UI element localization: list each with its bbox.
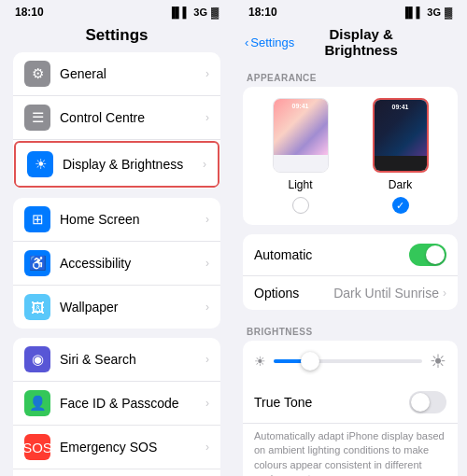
face-id-label: Face ID & Passcode <box>60 396 205 411</box>
sidebar-item-accessibility[interactable]: ♿ Accessibility › <box>13 242 220 286</box>
emergency-sos-icon: SOS <box>24 434 50 460</box>
general-icon: ⚙ <box>24 61 50 87</box>
light-phone-bottom <box>274 155 328 173</box>
network-icon: 3G <box>193 7 207 18</box>
siri-chevron: › <box>205 353 209 366</box>
sidebar-item-face-id[interactable]: 👤 Face ID & Passcode › <box>13 382 220 426</box>
wallpaper-label: Wallpaper <box>60 300 205 315</box>
settings-list: ⚙ General › ☰ Control Centre › ☀ Display… <box>0 52 234 476</box>
appearance-dark-option[interactable]: 09:41 Dark ✓ <box>373 98 429 214</box>
right-panel-title: Display & Brightness <box>294 26 428 58</box>
sidebar-item-display-brightness[interactable]: ☀ Display & Brightness › <box>14 141 219 188</box>
sidebar-item-wallpaper[interactable]: 🖼 Wallpaper › <box>13 286 220 329</box>
back-chevron-icon: ‹ <box>245 35 248 49</box>
emergency-sos-chevron: › <box>205 441 209 454</box>
appearance-section-header: APPEARANCE <box>234 65 467 87</box>
sidebar-item-control-centre[interactable]: ☰ Control Centre › <box>13 96 220 140</box>
right-time: 18:10 <box>248 6 277 19</box>
right-status-icons: ▐▌▌ 3G ▓ <box>402 7 452 18</box>
options-value: Dark Until Sunrise <box>333 286 439 301</box>
automatic-options-card: Automatic Options Dark Until Sunrise › <box>243 234 458 310</box>
brightness-section-header: BRIGHTNESS <box>234 319 467 341</box>
home-screen-chevron: › <box>205 213 209 226</box>
wallpaper-chevron: › <box>205 301 209 314</box>
options-label: Options <box>254 286 333 301</box>
right-header: ‹ Settings Display & Brightness <box>234 22 467 65</box>
brightness-row: ☀ ☀ <box>243 341 458 382</box>
true-tone-description: Automatically adapt iPhone display based… <box>243 424 458 476</box>
display-brightness-label: Display & Brightness <box>63 157 203 172</box>
settings-section-3: ◉ Siri & Search › 👤 Face ID & Passcode ›… <box>13 338 220 476</box>
face-id-chevron: › <box>205 397 209 410</box>
right-status-bar: 18:10 ▐▌▌ 3G ▓ <box>234 0 467 22</box>
display-brightness-icon: ☀ <box>27 151 53 177</box>
appearance-row: 09:41 Light 09:41 Dark ✓ <box>243 87 458 225</box>
options-chevron: › <box>443 287 446 300</box>
true-tone-toggle-knob <box>411 393 430 412</box>
brightness-slider-fill <box>274 359 304 363</box>
home-screen-icon: ⊞ <box>24 206 50 232</box>
options-row[interactable]: Options Dark Until Sunrise › <box>243 276 458 310</box>
sidebar-item-general[interactable]: ⚙ General › <box>13 52 220 96</box>
settings-section-2: ⊞ Home Screen › ♿ Accessibility › 🖼 Wall… <box>13 198 220 329</box>
dark-phone-bottom <box>375 156 427 173</box>
dark-phone-preview: 09:41 <box>373 98 429 173</box>
left-status-icons: ▐▌▌ 3G ▓ <box>168 7 219 18</box>
accessibility-label: Accessibility <box>60 256 205 271</box>
sun-small-icon: ☀ <box>254 354 266 369</box>
automatic-label: Automatic <box>254 247 409 262</box>
left-status-bar: 18:10 ▐▌▌ 3G ▓ <box>0 0 234 22</box>
appearance-light-option[interactable]: 09:41 Light <box>273 98 329 214</box>
automatic-toggle[interactable] <box>409 244 446 266</box>
accessibility-chevron: › <box>205 257 209 270</box>
settings-title: Settings <box>0 22 234 52</box>
home-screen-label: Home Screen <box>60 212 205 227</box>
sun-large-icon: ☀ <box>430 350 446 372</box>
settings-section-1: ⚙ General › ☰ Control Centre › ☀ Display… <box>13 52 220 189</box>
dark-label: Dark <box>389 178 412 191</box>
accessibility-icon: ♿ <box>24 250 50 276</box>
emergency-sos-label: Emergency SOS <box>60 440 205 455</box>
dark-select-radio[interactable]: ✓ <box>392 197 409 214</box>
light-phone-time: 09:41 <box>292 103 309 109</box>
left-time: 18:10 <box>15 6 44 19</box>
back-label: Settings <box>250 35 294 49</box>
signal-icon: ▐▌▌ <box>168 7 190 18</box>
true-tone-toggle[interactable] <box>409 391 446 413</box>
right-content: APPEARANCE 09:41 Light 09:41 <box>234 65 467 476</box>
brightness-slider-thumb[interactable] <box>301 352 319 371</box>
brightness-slider-track[interactable] <box>274 359 422 363</box>
light-phone-preview: 09:41 <box>273 98 329 173</box>
right-panel: 18:10 ▐▌▌ 3G ▓ ‹ Settings Display & Brig… <box>234 0 467 476</box>
right-battery-icon: ▓ <box>445 7 452 18</box>
face-id-icon: 👤 <box>24 390 50 416</box>
sidebar-item-siri[interactable]: ◉ Siri & Search › <box>13 338 220 382</box>
general-label: General <box>60 66 205 81</box>
light-label: Light <box>288 178 312 191</box>
left-panel: 18:10 ▐▌▌ 3G ▓ Settings ⚙ General › ☰ Co… <box>0 0 234 476</box>
brightness-card: ☀ ☀ True Tone Automatically adapt iPhone… <box>243 341 458 476</box>
automatic-row: Automatic <box>243 234 458 276</box>
automatic-toggle-knob <box>426 245 445 264</box>
sidebar-item-home-screen[interactable]: ⊞ Home Screen › <box>13 198 220 242</box>
control-centre-chevron: › <box>205 111 209 124</box>
right-network-icon: 3G <box>427 7 441 18</box>
true-tone-row: True Tone <box>243 382 458 424</box>
siri-icon: ◉ <box>24 346 50 372</box>
light-select-radio[interactable] <box>292 197 309 214</box>
battery-icon: ▓ <box>211 7 219 18</box>
back-button[interactable]: ‹ Settings <box>245 35 294 49</box>
display-brightness-chevron: › <box>203 158 206 171</box>
sidebar-item-exposure[interactable]: ◎ Exposure Notifications › <box>13 469 220 476</box>
sidebar-item-emergency-sos[interactable]: SOS Emergency SOS › <box>13 426 220 469</box>
siri-label: Siri & Search <box>60 352 205 367</box>
appearance-card: 09:41 Light 09:41 Dark ✓ <box>243 87 458 225</box>
general-chevron: › <box>205 67 209 80</box>
dark-phone-time: 09:41 <box>392 104 409 110</box>
control-centre-icon: ☰ <box>24 105 50 131</box>
right-signal-icon: ▐▌▌ <box>402 7 423 18</box>
wallpaper-icon: 🖼 <box>24 294 50 320</box>
control-centre-label: Control Centre <box>60 110 205 125</box>
true-tone-label: True Tone <box>254 395 409 410</box>
